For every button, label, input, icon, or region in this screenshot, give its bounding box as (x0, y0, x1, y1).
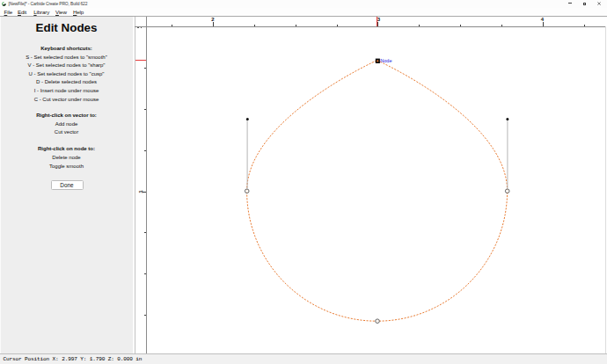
svg-text:Node: Node (380, 58, 391, 63)
